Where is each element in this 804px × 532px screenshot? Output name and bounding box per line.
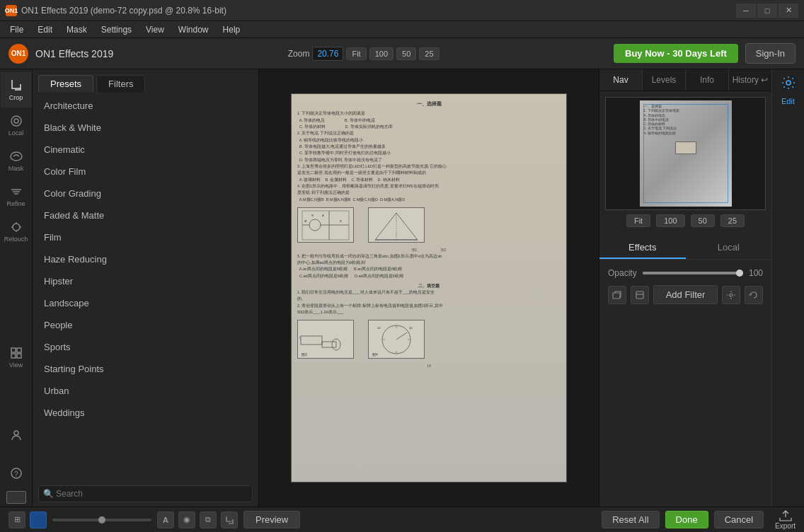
- maximize-button[interactable]: □: [757, 4, 777, 18]
- signin-button[interactable]: Sign-In: [745, 43, 796, 64]
- titlebar: ON1 ON1 Effects 2019 (demo-72 copy.psd @…: [0, 0, 804, 21]
- bottom-mid-icons: A ◉ ⧉: [157, 511, 238, 528]
- nav-zoom-50[interactable]: 50: [691, 214, 715, 227]
- cancel-button[interactable]: Cancel: [714, 511, 764, 528]
- minimize-button[interactable]: ─: [736, 4, 756, 18]
- preset-film[interactable]: Film: [33, 226, 258, 248]
- nav-thumb-image: 一、选择题 1. 下列能决定导体电阻 A. 导体的电压 B. 导体中的电流 C.…: [640, 100, 732, 207]
- zoom-100-button[interactable]: 100: [369, 47, 394, 60]
- preset-colorgrading[interactable]: Color Grading: [33, 183, 258, 204]
- svg-rect-6: [11, 354, 16, 358]
- layer-down-icon[interactable]: [608, 286, 626, 304]
- menu-view[interactable]: View: [139, 23, 171, 36]
- left-panel: Presets Filters Architecture Black & Whi…: [33, 69, 259, 507]
- right-tab-levels[interactable]: Levels: [643, 69, 686, 91]
- zoom-50-button[interactable]: 50: [396, 47, 416, 60]
- add-filter-row: Add Filter: [599, 281, 771, 308]
- undo-icon[interactable]: [745, 286, 763, 304]
- sidebar-item-refine[interactable]: Refine: [1, 178, 32, 214]
- sidebar-item-crop[interactable]: Crop: [1, 72, 32, 108]
- zoom-25-button[interactable]: 25: [419, 47, 439, 60]
- svg-text:B: B: [340, 219, 342, 223]
- layer-icon[interactable]: [631, 286, 649, 304]
- compare-icon[interactable]: ⧉: [200, 511, 217, 528]
- svg-text:A: A: [322, 214, 324, 217]
- close-button[interactable]: ✕: [779, 4, 798, 18]
- nav-zoom-fit[interactable]: Fit: [626, 214, 650, 227]
- preset-urban[interactable]: Urban: [33, 380, 258, 402]
- zoom-fit-button[interactable]: Fit: [346, 47, 366, 60]
- right-side-panel: Edit: [771, 69, 804, 507]
- done-button[interactable]: Done: [665, 511, 708, 528]
- preset-hipster[interactable]: Hipster: [33, 270, 258, 292]
- preview-button[interactable]: Preview: [243, 511, 300, 528]
- menu-file[interactable]: File: [3, 23, 30, 36]
- export-area[interactable]: Export: [775, 510, 796, 530]
- sidebar-view-label: View: [9, 362, 23, 369]
- effects-tab-effects[interactable]: Effects: [599, 237, 686, 259]
- svg-rect-4: [11, 348, 16, 352]
- menu-help[interactable]: Help: [216, 23, 248, 36]
- svg-point-1: [14, 119, 18, 123]
- preset-startingpoints[interactable]: Starting Points: [33, 358, 258, 380]
- preset-sports[interactable]: Sports: [33, 336, 258, 358]
- menu-settings[interactable]: Settings: [94, 23, 139, 36]
- svg-rect-39: [613, 293, 620, 299]
- right-tab-info[interactable]: Info: [686, 69, 729, 91]
- search-input[interactable]: [38, 485, 253, 502]
- main-layout: Crop Local Mask Refine: [0, 69, 804, 507]
- sidebar-crop-label: Crop: [9, 94, 23, 101]
- sidebar-item-help[interactable]: ?: [1, 456, 32, 491]
- right-tabs: Nav Levels Info History ↩: [599, 69, 771, 91]
- preset-bw[interactable]: Black & White: [33, 117, 258, 139]
- edit-label[interactable]: Edit: [781, 97, 795, 105]
- add-filter-button[interactable]: Add Filter: [653, 285, 718, 304]
- sidebar-mask-label: Mask: [8, 165, 24, 172]
- svg-text:?: ?: [14, 470, 18, 478]
- preset-cinematic[interactable]: Cinematic: [33, 139, 258, 161]
- preset-people[interactable]: People: [33, 314, 258, 336]
- svg-rect-5: [17, 348, 21, 352]
- sidebar-item-mask[interactable]: Mask: [1, 143, 32, 178]
- sidebar-item-rect[interactable]: [6, 491, 26, 504]
- tab-filters[interactable]: Filters: [96, 75, 145, 92]
- effects-tab-local[interactable]: Local: [686, 237, 772, 259]
- menu-edit[interactable]: Edit: [30, 23, 59, 36]
- zoom-value[interactable]: 20.76: [312, 47, 343, 61]
- crop-icon[interactable]: [221, 511, 238, 528]
- preset-landscape[interactable]: Landscape: [33, 292, 258, 314]
- rect-blue-icon[interactable]: [30, 511, 47, 528]
- app-name-label: ON1 Effects 2019: [35, 48, 113, 59]
- preset-colorfilm[interactable]: Color Film: [33, 161, 258, 183]
- svg-rect-25: [322, 342, 336, 347]
- nav-zoom-25[interactable]: 25: [720, 214, 745, 227]
- text-a-icon[interactable]: A: [157, 511, 174, 528]
- circle-icon[interactable]: ◉: [178, 511, 195, 528]
- zoom-section: Zoom 20.76 Fit 100 50 25: [288, 47, 440, 61]
- settings-icon[interactable]: [722, 286, 740, 304]
- menu-window[interactable]: Window: [171, 23, 216, 36]
- opacity-slider[interactable]: [643, 272, 743, 274]
- reset-all-button[interactable]: Reset All: [602, 511, 659, 528]
- svg-point-0: [11, 116, 21, 126]
- preset-architecture[interactable]: Architecture: [33, 95, 258, 117]
- grid-icon[interactable]: ⊞: [8, 511, 25, 528]
- nav-thumbnail: 一、选择题 1. 下列能决定导体电阻 A. 导体的电压 B. 导体中的电流 C.…: [605, 97, 766, 210]
- menu-mask[interactable]: Mask: [59, 23, 94, 36]
- nav-zoom-100[interactable]: 100: [656, 214, 684, 227]
- preset-fadedmatte[interactable]: Faded & Matte: [33, 204, 258, 226]
- preset-hazereducing[interactable]: Haze Reducing: [33, 248, 258, 270]
- tab-presets[interactable]: Presets: [38, 75, 93, 92]
- sidebar-item-view[interactable]: View: [1, 340, 32, 375]
- sidebar-item-user[interactable]: [1, 417, 32, 453]
- preset-weddings[interactable]: Weddings: [33, 402, 258, 424]
- bottom-slider[interactable]: [52, 519, 151, 521]
- settings-gear-icon[interactable]: [781, 75, 796, 93]
- sidebar-item-local[interactable]: Local: [1, 108, 32, 143]
- buy-button[interactable]: Buy Now - 30 Days Left: [614, 44, 738, 63]
- right-tab-nav[interactable]: Nav: [599, 69, 643, 91]
- zoom-label: Zoom: [288, 49, 310, 59]
- sidebar-item-retouch[interactable]: Retouch: [1, 214, 32, 249]
- svg-line-34: [396, 332, 407, 340]
- right-tab-history[interactable]: History ↩: [729, 69, 771, 91]
